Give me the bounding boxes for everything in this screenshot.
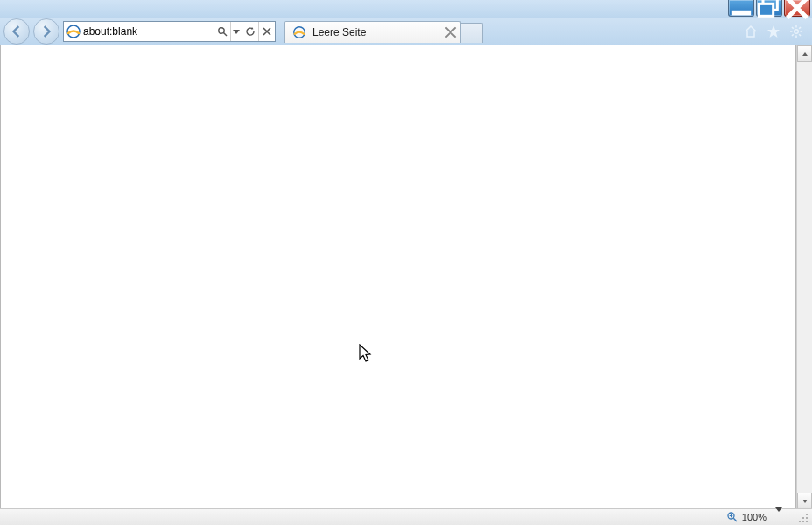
resize-grip-icon[interactable] — [796, 511, 808, 523]
zoom-level-label[interactable]: 100% — [742, 512, 766, 522]
window-controls — [728, 0, 810, 17]
zoom-icon — [726, 511, 738, 523]
address-input[interactable] — [83, 23, 214, 40]
refresh-icon — [245, 26, 256, 37]
svg-point-22 — [806, 521, 808, 522]
svg-rect-0 — [732, 10, 751, 16]
zoom-dropdown-button[interactable] — [770, 512, 788, 522]
toolbar-icons — [744, 24, 808, 38]
svg-point-21 — [806, 517, 808, 519]
search-icon — [217, 26, 228, 37]
minimize-icon — [729, 0, 753, 20]
scroll-up-button[interactable] — [797, 46, 812, 62]
chevron-down-icon — [775, 508, 782, 522]
favorites-button[interactable] — [766, 24, 780, 38]
title-bar — [0, 0, 812, 18]
back-arrow-icon — [10, 25, 23, 38]
tools-button[interactable] — [789, 24, 803, 38]
stop-icon — [262, 26, 272, 37]
svg-line-12 — [792, 27, 794, 29]
tab-close-button[interactable] — [444, 26, 457, 38]
search-button[interactable] — [214, 22, 230, 41]
home-icon — [744, 24, 758, 38]
chevron-up-icon — [802, 51, 808, 58]
address-buttons — [214, 22, 275, 41]
stop-button[interactable] — [258, 22, 275, 41]
new-tab-button[interactable] — [461, 23, 483, 43]
navigation-bar: Leere Seite — [0, 18, 812, 46]
search-dropdown-button[interactable] — [230, 22, 242, 41]
page-viewport[interactable] — [0, 46, 796, 509]
scroll-down-button[interactable] — [797, 493, 812, 509]
svg-line-15 — [799, 27, 801, 29]
svg-point-20 — [806, 514, 808, 515]
svg-point-24 — [802, 521, 804, 522]
chevron-down-icon — [233, 30, 240, 34]
restore-icon — [757, 0, 781, 20]
ie-favicon-icon — [292, 25, 306, 39]
scroll-track[interactable] — [797, 62, 812, 493]
svg-line-5 — [224, 33, 228, 37]
maximize-button[interactable] — [756, 0, 782, 17]
tab-strip: Leere Seite — [284, 20, 483, 43]
svg-rect-2 — [759, 4, 773, 16]
minimize-button[interactable] — [728, 0, 754, 17]
zoom-control[interactable] — [726, 511, 738, 523]
close-icon — [785, 0, 809, 20]
svg-line-14 — [792, 34, 794, 36]
close-icon — [444, 26, 457, 38]
refresh-button[interactable] — [242, 22, 258, 41]
content-area — [0, 46, 812, 509]
close-button[interactable] — [784, 0, 810, 17]
svg-point-4 — [219, 28, 224, 33]
ie-favicon-icon — [66, 24, 81, 39]
forward-arrow-icon — [40, 25, 52, 38]
svg-point-23 — [802, 517, 804, 519]
status-bar: 100% — [0, 508, 812, 525]
vertical-scrollbar[interactable] — [796, 46, 812, 509]
browser-tab[interactable]: Leere Seite — [284, 21, 461, 43]
svg-point-7 — [794, 30, 799, 34]
star-icon — [766, 24, 780, 38]
svg-line-13 — [799, 34, 801, 36]
forward-button[interactable] — [33, 18, 60, 45]
gear-icon — [789, 24, 803, 38]
tab-title: Leere Seite — [312, 26, 440, 38]
back-button[interactable] — [4, 18, 30, 45]
address-bar[interactable] — [63, 21, 276, 42]
chevron-down-icon — [802, 498, 808, 505]
svg-line-17 — [733, 518, 737, 522]
home-button[interactable] — [744, 24, 758, 38]
svg-point-25 — [799, 521, 801, 522]
